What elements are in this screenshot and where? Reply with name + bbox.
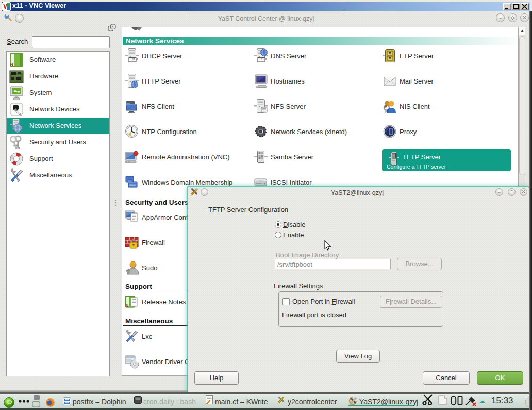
svg-text:N: N xyxy=(10,62,13,67)
svg-text:N: N xyxy=(126,304,128,307)
svg-text:1.11.0: 1.11.0 xyxy=(258,58,267,61)
svg-text:1.11.0: 1.11.0 xyxy=(129,58,138,61)
